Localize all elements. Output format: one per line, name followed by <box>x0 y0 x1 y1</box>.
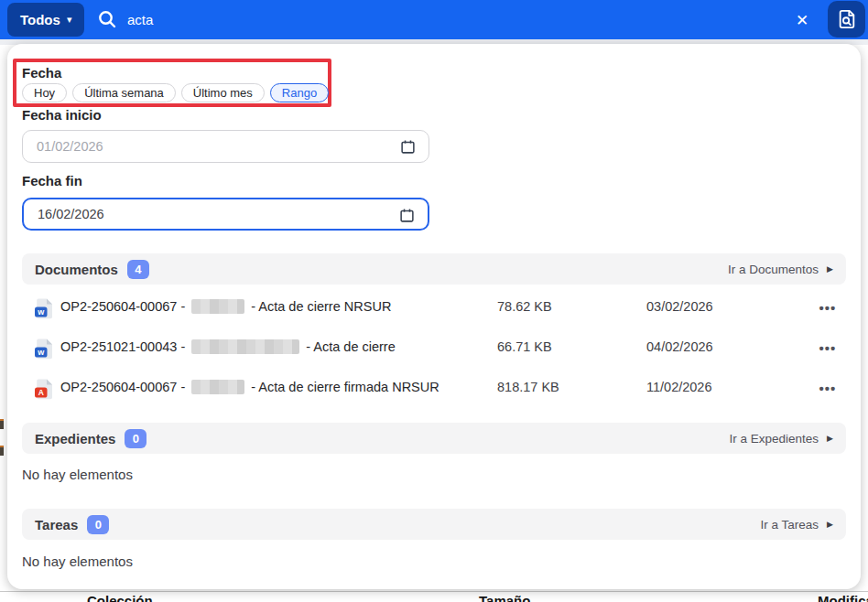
calendar-icon[interactable] <box>400 139 416 155</box>
section-title: Documentos <box>35 262 118 277</box>
bg-column-modificado: Modificad <box>818 593 868 602</box>
go-to-tareas-label: Ir a Tareas <box>761 518 819 532</box>
arrow-right-icon: ▶ <box>827 520 833 529</box>
chip-rango[interactable]: Rango <box>270 83 329 102</box>
count-badge: 0 <box>87 515 109 534</box>
page-edge-artifact <box>0 446 4 456</box>
fecha-fin-input[interactable] <box>38 199 385 229</box>
section-title: Expedientes <box>35 431 115 446</box>
document-name-prefix: OP2-251021-00043 - <box>60 339 185 354</box>
document-search-button[interactable] <box>828 1 865 38</box>
count-badge: 4 <box>127 260 149 279</box>
bg-column-coleccion: Colección <box>87 593 153 602</box>
search-results-panel: Fecha Hoy Última semana Último mes Rango… <box>7 44 861 589</box>
document-row[interactable]: w OP2-250604-00067 - - Acta de cierre NR… <box>22 288 846 328</box>
go-to-expedientes-link[interactable]: Ir a Expedientes ▶ <box>730 432 833 446</box>
svg-text:w: w <box>37 348 45 357</box>
fecha-inicio-field[interactable] <box>22 130 429 163</box>
section-header-documentos: Documentos 4 Ir a Documentos ▶ <box>22 253 846 285</box>
fecha-inicio-label: Fecha inicio <box>22 107 102 123</box>
document-name-prefix: OP2-250604-00067 - <box>60 380 185 394</box>
document-name-prefix: OP2-250604-00067 - <box>60 299 185 314</box>
page-edge-artifact <box>0 419 4 429</box>
fecha-fin-field[interactable] <box>22 198 429 231</box>
document-name-suffix: - Acta de cierre <box>306 339 396 354</box>
fecha-fin-label: Fecha fin <box>22 173 82 188</box>
redacted-text <box>191 339 299 354</box>
svg-text:w: w <box>37 307 45 317</box>
document-date: 04/02/2026 <box>646 339 713 354</box>
section-header-tareas: Tareas 0 Ir a Tareas ▶ <box>22 509 846 540</box>
row-menu-button[interactable]: ••• <box>813 334 842 361</box>
arrow-right-icon: ▶ <box>827 434 833 443</box>
word-file-icon: w <box>33 338 55 360</box>
chip-ultima-semana[interactable]: Última semana <box>72 83 176 102</box>
search-topbar: Todos ▾ ✕ <box>0 0 868 39</box>
document-date: 11/02/2026 <box>646 380 712 394</box>
document-name-suffix: - Acta de cierre NRSUR <box>251 299 391 314</box>
fecha-inicio-input[interactable] <box>37 131 385 162</box>
document-row[interactable]: w OP2-251021-00043 - - Acta de cierre 66… <box>22 328 846 369</box>
background-table-header: Colección Tamaño Modificad <box>0 590 868 602</box>
table-header-border <box>0 591 868 592</box>
chip-hoy[interactable]: Hoy <box>22 83 67 102</box>
search-icon <box>97 9 117 29</box>
redacted-text <box>191 380 244 394</box>
document-date: 03/02/2026 <box>646 299 713 314</box>
scope-dropdown-label: Todos <box>20 12 60 27</box>
go-to-documentos-label: Ir a Documentos <box>728 263 819 276</box>
pdf-file-icon: A <box>33 378 55 400</box>
fecha-group-label: Fecha <box>22 65 61 81</box>
document-name-suffix: - Acta de cierre firmada NRSUR <box>251 380 439 394</box>
close-icon[interactable]: ✕ <box>788 6 816 34</box>
count-badge: 0 <box>125 429 146 448</box>
expedientes-empty-message: No hay elementos <box>22 467 133 482</box>
fecha-chip-group: Hoy Última semana Último mes Rango <box>22 83 329 102</box>
chevron-down-icon: ▾ <box>67 15 72 25</box>
screen: Colección Tamaño Modificad Todos ▾ ✕ Fec <box>0 0 868 602</box>
search-input[interactable] <box>127 5 677 34</box>
svg-text:A: A <box>38 388 44 397</box>
section-header-expedientes: Expedientes 0 Ir a Expedientes ▶ <box>22 423 846 454</box>
redacted-text <box>191 299 244 314</box>
row-menu-button[interactable]: ••• <box>813 374 842 402</box>
arrow-right-icon: ▶ <box>827 264 833 274</box>
chip-ultimo-mes[interactable]: Último mes <box>181 83 265 102</box>
document-name: OP2-250604-00067 - - Acta de cierre firm… <box>60 380 439 394</box>
row-menu-button[interactable]: ••• <box>813 294 842 321</box>
bg-column-tamano: Tamaño <box>479 593 530 602</box>
document-search-icon <box>837 9 857 29</box>
go-to-documentos-link[interactable]: Ir a Documentos ▶ <box>728 263 833 276</box>
calendar-icon[interactable] <box>399 208 415 223</box>
document-size: 66.71 KB <box>497 339 580 354</box>
document-size: 78.62 KB <box>497 299 580 314</box>
tareas-empty-message: No hay elementos <box>22 554 133 569</box>
word-file-icon: w <box>33 297 55 319</box>
go-to-tareas-link[interactable]: Ir a Tareas ▶ <box>761 518 833 532</box>
go-to-expedientes-label: Ir a Expedientes <box>730 432 819 446</box>
scope-dropdown-button[interactable]: Todos ▾ <box>7 3 84 37</box>
document-name: OP2-250604-00067 - - Acta de cierre NRSU… <box>60 299 391 314</box>
document-row[interactable]: A OP2-250604-00067 - - Acta de cierre fi… <box>22 369 846 409</box>
document-size: 818.17 KB <box>497 380 580 394</box>
section-title: Tareas <box>35 517 78 532</box>
document-name: OP2-251021-00043 - - Acta de cierre <box>60 339 396 354</box>
